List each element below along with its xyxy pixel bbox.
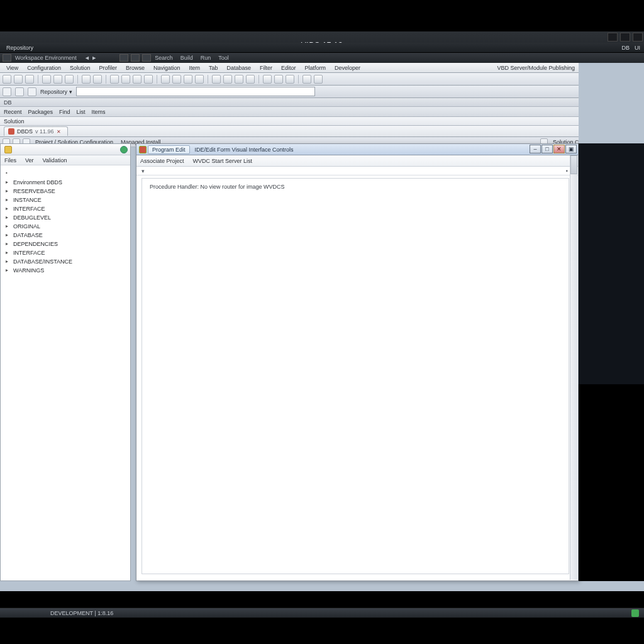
menu-profiler[interactable]: Profiler — [95, 64, 121, 72]
tb-res-icon[interactable] — [195, 75, 204, 84]
editor-document[interactable]: Procedure Handler: No view router for im… — [142, 178, 569, 574]
doc-tab-version: v 11.96 — [35, 128, 54, 135]
tb-form-icon[interactable] — [161, 75, 170, 84]
document-tab-strip: DBDS v 11.96 ✕ — [0, 126, 644, 137]
tb-cut-icon[interactable] — [42, 75, 51, 84]
menu-configuration[interactable]: Configuration — [23, 64, 65, 72]
tray-icon[interactable] — [631, 609, 639, 617]
tree-node[interactable]: DEPENDENCIES — [4, 240, 126, 248]
outer-tool-icon-3[interactable] — [131, 54, 140, 62]
outer-tool-icon-4[interactable] — [142, 54, 151, 62]
outer-tool-icon[interactable] — [3, 54, 11, 62]
menu-editor[interactable]: Editor — [277, 64, 300, 72]
menu-database[interactable]: Database — [223, 64, 255, 72]
tb-save-icon[interactable] — [25, 75, 34, 84]
refresh-icon[interactable] — [120, 146, 128, 153]
subwindow-crumb[interactable]: ▾ • — [136, 167, 578, 175]
addr-label: Repository ▾ — [40, 89, 72, 95]
tree-node[interactable]: INTERFACE — [4, 204, 126, 213]
folder-icon[interactable] — [4, 146, 12, 153]
sec-find[interactable]: Find — [59, 109, 70, 115]
outer-menu-tool[interactable]: Tool — [214, 55, 233, 61]
outer-nav-arrows[interactable]: ◄ ► — [80, 55, 101, 61]
address-input[interactable] — [76, 87, 315, 96]
subwindow-titlebar[interactable]: Program Edit IDE/Edit Form Visual Interf… — [136, 144, 578, 155]
menu-filter[interactable]: Filter — [256, 64, 276, 72]
tb-run-icon[interactable] — [110, 75, 119, 84]
tb-class-icon[interactable] — [184, 75, 192, 84]
menu-view[interactable]: View — [3, 64, 22, 72]
sec-recent[interactable]: Recent — [4, 109, 22, 115]
outer-close-button[interactable] — [633, 33, 643, 42]
outer-menu-run[interactable]: Run — [197, 55, 215, 61]
outer-menu-build[interactable]: Build — [177, 55, 197, 61]
tree-node[interactable]: ORIGINAL — [4, 222, 126, 231]
project-tree[interactable]: Environment DBDS RESERVEBASE INSTANCE IN… — [1, 165, 130, 279]
addr-fwd-icon[interactable] — [15, 87, 24, 96]
menu-browse[interactable]: Browse — [122, 64, 148, 72]
tree-node[interactable]: DEBUGLEVEL — [4, 213, 126, 222]
col-ver[interactable]: Ver — [25, 157, 34, 164]
document-tab[interactable]: DBDS v 11.96 ✕ — [4, 126, 68, 136]
doc-tab-close-icon[interactable]: ✕ — [57, 129, 61, 135]
menu-platform[interactable]: Platform — [301, 64, 330, 72]
tb-stop-icon[interactable] — [121, 75, 130, 84]
menu-solution[interactable]: Solution — [66, 64, 94, 72]
tree-node[interactable]: WARNINGS — [4, 266, 126, 275]
taskbar-item[interactable]: DEVELOPMENT | 1:8.16 — [50, 610, 113, 616]
tree-node[interactable]: Environment DBDS — [4, 178, 126, 187]
tb-help-icon[interactable] — [303, 75, 311, 84]
outer-min-button[interactable] — [608, 33, 618, 42]
tree-node[interactable]: RESERVEBASE — [4, 187, 126, 196]
tree-node[interactable]: INTERFACE — [4, 248, 126, 257]
sub-start-list[interactable]: WVDC Start Server List — [193, 158, 253, 164]
outer-tool-icon-2[interactable] — [119, 54, 128, 62]
subwindow-close-button[interactable]: ✕ — [553, 145, 565, 153]
tb-db-icon[interactable] — [212, 75, 221, 84]
tb-redo-icon[interactable] — [93, 75, 102, 84]
tree-node[interactable]: DATABASE/INSTANCE — [4, 257, 126, 266]
tb-undo-icon[interactable] — [82, 75, 91, 84]
tb-table-icon[interactable] — [223, 75, 232, 84]
tb-report-icon[interactable] — [246, 75, 255, 84]
outer-tab-2[interactable]: Repository — [0, 43, 40, 53]
sec-packages[interactable]: Packages — [28, 109, 53, 115]
tb-open-icon[interactable] — [14, 75, 23, 84]
subwindow-tab[interactable]: Program Edit — [148, 145, 190, 154]
addr-back-icon[interactable] — [3, 87, 11, 96]
tb-align-icon[interactable] — [274, 75, 283, 84]
menu-navigation[interactable]: Navigation — [150, 64, 184, 72]
outer-subbar: Repository DB UI — [0, 43, 644, 53]
subwindow-pop-button[interactable]: ▣ — [565, 145, 577, 153]
menu-item[interactable]: Item — [186, 64, 204, 72]
crumb-dropdown-icon[interactable]: ▾ — [142, 168, 145, 174]
tb-query-icon[interactable] — [235, 75, 243, 84]
scrollbar-thumb[interactable] — [570, 155, 577, 174]
tb-module-icon[interactable] — [172, 75, 181, 84]
tb-paste-icon[interactable] — [65, 75, 74, 84]
menu-tab[interactable]: Tab — [205, 64, 222, 72]
tb-new-icon[interactable] — [3, 75, 11, 84]
tree-node[interactable]: DATABASE — [4, 231, 126, 240]
addr-up-icon[interactable] — [28, 87, 36, 96]
col-files[interactable]: Files — [4, 157, 16, 164]
sec-items[interactable]: Items — [92, 109, 106, 115]
taskbar[interactable]: DEVELOPMENT | 1:8.16 — [0, 608, 644, 618]
tb-break-icon[interactable] — [144, 75, 153, 84]
tb-about-icon[interactable] — [314, 75, 323, 84]
tb-step-icon[interactable] — [133, 75, 142, 84]
col-validation[interactable]: Validation — [43, 157, 67, 164]
tb-copy-icon[interactable] — [53, 75, 62, 84]
menu-developer[interactable]: Developer — [331, 64, 364, 72]
outer-menu-search[interactable]: Search — [151, 55, 177, 61]
sec-list[interactable]: List — [77, 109, 86, 115]
outer-max-button[interactable] — [620, 33, 630, 42]
subwindow-max-button[interactable]: □ — [541, 145, 553, 153]
tb-grid-icon[interactable] — [286, 75, 294, 84]
sub-assoc-project[interactable]: Associate Project — [140, 158, 184, 164]
outer-tool-hint: Workspace Environment — [11, 55, 80, 61]
subwindow-min-button[interactable]: – — [530, 145, 541, 153]
tb-layout-icon[interactable] — [263, 75, 272, 84]
tree-node[interactable]: INSTANCE — [4, 196, 126, 204]
editor-scrollbar[interactable] — [570, 155, 577, 580]
